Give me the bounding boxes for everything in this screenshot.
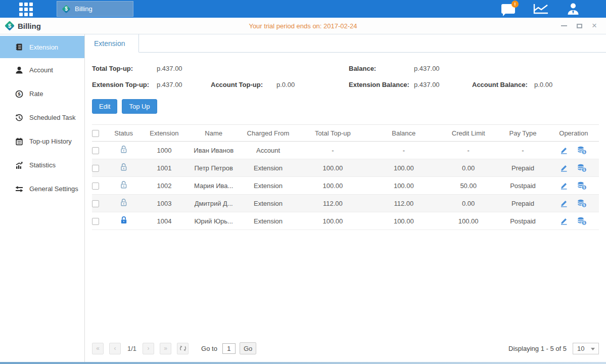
cell-name: Мария Ива... <box>189 177 239 195</box>
sidebar-item-scheduled-task[interactable]: Scheduled Task <box>0 106 84 129</box>
close-icon[interactable]: × <box>591 22 598 29</box>
row-checkbox[interactable] <box>92 183 99 190</box>
cell-charged-from: Extension <box>239 212 297 230</box>
row-checkbox[interactable] <box>92 218 99 225</box>
row-checkbox[interactable] <box>92 165 99 172</box>
sidebar-item-account[interactable]: Account <box>0 58 84 82</box>
sidebar-item-rate[interactable]: $ Rate <box>0 82 84 106</box>
top-up-button[interactable]: Top Up <box>122 99 157 114</box>
cell-charged-from: Extension <box>239 159 297 177</box>
column-header-status: Status <box>107 125 140 142</box>
account-topup-label: Account Top-up: <box>211 81 276 88</box>
topup-row-icon[interactable]: $ <box>577 181 587 190</box>
sidebar-item-label: Statistics <box>29 161 56 169</box>
cell-balance: 112.00 <box>368 195 439 212</box>
account-topup-value: р.0.00 <box>276 81 295 88</box>
dollar-coin-icon: $ <box>15 90 23 98</box>
tab-strip: Extension <box>85 34 606 53</box>
notification-badge: ! <box>511 1 519 8</box>
cell-credit-limit: 0.00 <box>439 195 497 212</box>
lock-closed-icon <box>120 216 128 224</box>
tab-extension[interactable]: Extension <box>85 34 139 53</box>
svg-text:$: $ <box>583 186 585 190</box>
table-header-row: Status Extension Name Charged From Total… <box>92 125 599 142</box>
go-button[interactable]: Go <box>240 342 256 354</box>
sidebar-item-statistics[interactable]: Statistics <box>0 153 84 177</box>
cell-extension: 1003 <box>140 195 188 212</box>
cell-total-topup: 100.00 <box>297 212 368 230</box>
sidebar-item-label: General Settings <box>29 185 78 193</box>
svg-text:$: $ <box>583 221 585 225</box>
balance-value: р.437.00 <box>414 65 440 72</box>
sidebar-item-extension[interactable]: Extension <box>0 36 84 58</box>
account-balance-label: Account Balance: <box>472 81 534 88</box>
sidebar-item-topup-history[interactable]: Top-up History <box>0 129 84 153</box>
sidebar-item-label: Account <box>29 66 53 74</box>
column-header-charged-from: Charged From <box>239 125 297 142</box>
sidebar: Extension Account $ Rate <box>0 34 85 362</box>
user-account-icon[interactable] <box>567 3 580 15</box>
minimize-icon[interactable] <box>561 22 568 29</box>
statistics-chart-icon[interactable] <box>533 3 548 15</box>
top-navigation-bar: $ Billing ! <box>0 0 606 18</box>
extensions-table: Status Extension Name Charged From Total… <box>92 124 599 230</box>
balance-summary: Total Top-up: р.437.00 Balance: р.437.00… <box>92 65 599 88</box>
account-balance-value: р.0.00 <box>534 81 552 88</box>
topup-row-icon[interactable]: $ <box>577 217 587 225</box>
table-row: 1003Дмитрий Д...Extension112.00112.000.0… <box>92 195 599 212</box>
goto-label: Go to <box>201 345 217 352</box>
lock-open-icon <box>120 163 128 171</box>
topup-row-icon[interactable]: $ <box>577 164 587 172</box>
cell-name: Иван Иванов <box>189 142 239 159</box>
balance-label: Balance: <box>349 65 414 72</box>
sidebar-item-label: Rate <box>29 90 43 98</box>
edit-row-icon[interactable] <box>560 199 568 207</box>
edit-button[interactable]: Edit <box>92 99 117 114</box>
topup-row-icon[interactable]: $ <box>577 146 587 155</box>
edit-row-icon[interactable] <box>560 146 568 154</box>
cell-pay-type: Postpaid <box>497 177 548 195</box>
cell-pay-type: Prepaid <box>497 195 548 212</box>
cell-charged-from: Account <box>239 142 297 159</box>
column-header-name: Name <box>189 125 239 142</box>
cell-pay-type: - <box>497 142 548 159</box>
cell-balance: 100.00 <box>368 177 439 195</box>
page-size-select[interactable]: 10 <box>573 343 599 354</box>
column-header-extension: Extension <box>140 125 188 142</box>
billing-diamond-icon: $ <box>5 21 14 30</box>
window-title-bar: $ Billing Your trial period ends on: 201… <box>0 18 606 34</box>
billing-app-window: $ Billing ! <box>0 0 606 364</box>
topbar-tab-billing[interactable]: $ Billing <box>57 1 133 17</box>
cell-balance: 100.00 <box>368 159 439 177</box>
edit-row-icon[interactable] <box>560 181 568 190</box>
row-checkbox[interactable] <box>92 200 99 207</box>
total-topup-label: Total Top-up: <box>92 65 157 72</box>
cell-balance: 100.00 <box>368 212 439 230</box>
prev-page-button[interactable]: ‹ <box>109 343 121 354</box>
cell-total-topup: - <box>297 142 368 159</box>
sidebar-item-label: Scheduled Task <box>29 114 76 121</box>
row-checkbox[interactable] <box>92 147 99 154</box>
edit-row-icon[interactable] <box>560 217 568 225</box>
goto-page-input[interactable] <box>222 343 236 354</box>
refresh-icon[interactable] <box>177 343 189 354</box>
edit-row-icon[interactable] <box>560 164 568 172</box>
maximize-icon[interactable] <box>576 22 583 29</box>
last-page-button[interactable]: » <box>160 343 171 354</box>
next-page-button[interactable]: › <box>143 343 154 354</box>
topup-row-icon[interactable]: $ <box>577 199 587 208</box>
cell-credit-limit: - <box>439 142 497 159</box>
select-all-checkbox[interactable] <box>92 130 99 137</box>
app-grid-icon[interactable] <box>19 3 33 16</box>
table-row: 1004Юрий Юрь...Extension100.00100.00100.… <box>92 212 599 230</box>
sidebar-item-general-settings[interactable]: General Settings <box>0 177 84 201</box>
cell-charged-from: Extension <box>239 195 297 212</box>
lock-open-icon <box>120 145 128 154</box>
messages-icon[interactable]: ! <box>501 4 515 14</box>
first-page-button[interactable]: « <box>92 343 104 354</box>
cell-credit-limit: 50.00 <box>439 177 497 195</box>
chevron-down-icon <box>591 348 595 350</box>
page-size-value: 10 <box>577 345 584 352</box>
table-row: 1000Иван ИвановAccount----$ <box>92 142 599 159</box>
ledger-icon <box>15 43 23 51</box>
